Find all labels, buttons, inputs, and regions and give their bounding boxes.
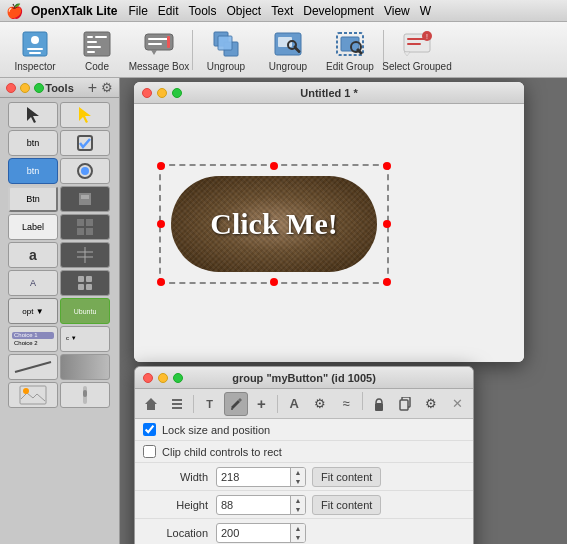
handle-top-left[interactable]: [157, 162, 165, 170]
location-x-stepper-down[interactable]: ▼: [291, 533, 305, 542]
insp-lock-btn[interactable]: [367, 392, 391, 416]
svg-line-50: [15, 362, 51, 372]
svg-rect-29: [407, 43, 421, 45]
height-stepper-down[interactable]: ▼: [291, 505, 305, 514]
menu-tools[interactable]: Tools: [189, 4, 217, 18]
tool-combo-box[interactable]: Choice 1 Choice 2: [8, 326, 58, 352]
handle-top-right[interactable]: [383, 162, 391, 170]
tool-button-3d[interactable]: Btn: [8, 186, 58, 212]
lock-size-checkbox[interactable]: [143, 423, 156, 436]
tool-grid2[interactable]: [60, 270, 110, 296]
handle-bottom-mid[interactable]: [270, 278, 278, 286]
insp-home-btn[interactable]: [139, 392, 163, 416]
toolbar-message-box[interactable]: Message Box: [128, 24, 190, 76]
tool-button[interactable]: btn: [8, 130, 58, 156]
tool-radio[interactable]: [60, 158, 110, 184]
tl-maximize[interactable]: [34, 83, 44, 93]
menu-view[interactable]: View: [384, 4, 410, 18]
location-x-stepper-up[interactable]: ▲: [291, 524, 305, 533]
inspector-tl-minimize[interactable]: [158, 373, 168, 383]
toolbar: Inspector Code Message Box: [0, 22, 567, 78]
height-label: Height: [143, 499, 208, 511]
tool-styled-text[interactable]: A: [8, 270, 58, 296]
width-stepper-down[interactable]: ▼: [291, 477, 305, 486]
tl-minimize[interactable]: [20, 83, 30, 93]
insp-plus-btn[interactable]: +: [250, 392, 274, 416]
handle-bottom-left[interactable]: [157, 278, 165, 286]
add-tool-btn[interactable]: +: [88, 80, 97, 96]
width-stepper-up[interactable]: ▲: [291, 468, 305, 477]
toolbar-code[interactable]: Code: [66, 24, 128, 76]
tool-text-a[interactable]: a: [8, 242, 58, 268]
insp-copy-btn[interactable]: [393, 392, 417, 416]
message-box-icon: [143, 28, 175, 60]
clip-child-checkbox[interactable]: [143, 445, 156, 458]
insp-sep-1: [193, 395, 194, 413]
ungroup-label: Ungroup: [207, 61, 245, 72]
canvas-window-title: Untitled 1 *: [300, 87, 357, 99]
height-fit-btn[interactable]: Fit content: [312, 495, 381, 515]
insp-edit-btn[interactable]: [224, 392, 248, 416]
tool-scrollbar2[interactable]: [60, 382, 110, 408]
tool-dropdown[interactable]: c ▼: [60, 326, 110, 352]
toolbar-select-grouped[interactable]: Edit Group: [319, 24, 381, 76]
toolbar-edit-group[interactable]: Ungroup: [257, 24, 319, 76]
tool-scrollbar[interactable]: [60, 186, 110, 212]
svg-point-36: [81, 167, 89, 175]
tool-ubuntu-style[interactable]: Ubuntu: [60, 298, 110, 324]
svg-rect-62: [400, 400, 408, 410]
inspector-tl-maximize[interactable]: [173, 373, 183, 383]
code-icon: [81, 28, 113, 60]
menu-edit[interactable]: Edit: [158, 4, 179, 18]
tool-color[interactable]: [60, 354, 110, 380]
insp-close-btn[interactable]: ✕: [445, 392, 469, 416]
location-x-input[interactable]: [217, 527, 290, 539]
apple-menu[interactable]: 🍎: [6, 3, 23, 19]
toolbar-ungroup[interactable]: Ungroup: [195, 24, 257, 76]
tool-label[interactable]: Label: [8, 214, 58, 240]
handle-bottom-right[interactable]: [383, 278, 391, 286]
tool-checkbox[interactable]: [60, 130, 110, 156]
canvas-area: Untitled 1 * Click Me!: [120, 78, 567, 544]
toolbar-inspector[interactable]: Inspector: [4, 24, 66, 76]
canvas-tl-minimize[interactable]: [157, 88, 167, 98]
canvas-tl-maximize[interactable]: [172, 88, 182, 98]
canvas-tl-close[interactable]: [142, 88, 152, 98]
menu-object[interactable]: Object: [227, 4, 262, 18]
menu-file[interactable]: File: [128, 4, 147, 18]
tools-panel: Tools + ⚙ btn: [0, 78, 120, 544]
inspector-tl-close[interactable]: [143, 373, 153, 383]
click-me-button[interactable]: Click Me!: [171, 176, 377, 272]
handle-top-mid[interactable]: [270, 162, 278, 170]
width-fit-btn[interactable]: Fit content: [312, 467, 381, 487]
canvas-content: Click Me!: [134, 104, 524, 362]
ungroup-icon: [210, 28, 242, 60]
insp-text-btn[interactable]: T: [198, 392, 222, 416]
menu-w[interactable]: W: [420, 4, 431, 18]
toolbar-messages[interactable]: ! Select Grouped: [386, 24, 448, 76]
insp-list-btn[interactable]: [165, 392, 189, 416]
tool-line[interactable]: [8, 354, 58, 380]
width-input[interactable]: [217, 471, 290, 483]
tool-arrow-yellow[interactable]: [60, 102, 110, 128]
insp-settings-btn[interactable]: ⚙: [419, 392, 443, 416]
insp-a-btn[interactable]: A: [282, 392, 306, 416]
menu-text[interactable]: Text: [271, 4, 293, 18]
gear-tool-btn[interactable]: ⚙: [101, 80, 113, 96]
tool-image[interactable]: [8, 382, 58, 408]
menu-development[interactable]: Development: [303, 4, 374, 18]
tool-grid[interactable]: [60, 214, 110, 240]
handle-mid-right[interactable]: [383, 220, 391, 228]
tl-close[interactable]: [6, 83, 16, 93]
tool-option-menu[interactable]: opt ▼: [8, 298, 58, 324]
tool-arrow[interactable]: [8, 102, 58, 128]
height-input[interactable]: [217, 499, 290, 511]
tool-table[interactable]: [60, 242, 110, 268]
insp-gear-btn[interactable]: ⚙: [308, 392, 332, 416]
main-area: Tools + ⚙ btn: [0, 78, 567, 544]
height-stepper-up[interactable]: ▲: [291, 496, 305, 505]
insp-tilde-btn[interactable]: ≈: [334, 392, 358, 416]
svg-rect-51: [20, 386, 46, 404]
handle-mid-left[interactable]: [157, 220, 165, 228]
tool-button-blue[interactable]: btn: [8, 158, 58, 184]
